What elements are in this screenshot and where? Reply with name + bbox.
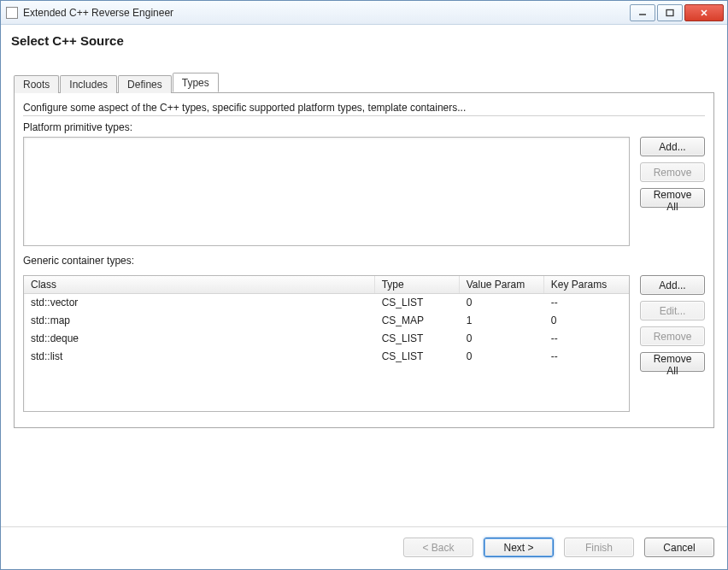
- th-type[interactable]: Type: [375, 276, 460, 293]
- back-button: < Back: [403, 538, 473, 557]
- cancel-button[interactable]: Cancel: [644, 538, 714, 557]
- app-icon: [6, 7, 18, 19]
- generic-types-row: Class Type Value Param Key Params std::v…: [23, 275, 705, 412]
- finish-button: Finish: [564, 538, 634, 557]
- table-cell: CS_LIST: [375, 348, 460, 365]
- table-row[interactable]: std::vectorCS_LIST0--: [24, 294, 629, 312]
- page-title: Select C++ Source: [11, 33, 717, 48]
- close-button[interactable]: [684, 4, 724, 21]
- table-cell: 0: [460, 330, 544, 347]
- description-text: Configure some aspect of the C++ types, …: [23, 102, 705, 114]
- maximize-button[interactable]: [657, 4, 683, 21]
- table-row[interactable]: std::dequeCS_LIST0--: [24, 330, 629, 348]
- th-key-params[interactable]: Key Params: [544, 276, 629, 293]
- platform-remove-button: Remove: [640, 162, 705, 182]
- table-body: std::vectorCS_LIST0--std::mapCS_MAP10std…: [24, 294, 629, 411]
- platform-types-listbox[interactable]: [23, 137, 630, 246]
- titlebar[interactable]: Extended C++ Reverse Engineer: [1, 1, 727, 25]
- table-cell: std::vector: [24, 294, 375, 311]
- window-title: Extended C++ Reverse Engineer: [23, 7, 628, 19]
- svg-rect-0: [666, 9, 673, 15]
- wizard-footer: < Back Next > Finish Cancel: [1, 526, 727, 569]
- platform-types-label: Platform primitive types:: [23, 121, 705, 133]
- generic-remove-all-button[interactable]: Remove All: [640, 352, 705, 372]
- generic-types-table[interactable]: Class Type Value Param Key Params std::v…: [23, 275, 630, 412]
- generic-edit-button: Edit...: [640, 301, 705, 320]
- header-banner: Select C++ Source: [1, 25, 727, 73]
- table-cell: std::list: [24, 348, 375, 365]
- table-header: Class Type Value Param Key Params: [24, 276, 629, 294]
- next-button[interactable]: Next >: [484, 538, 554, 557]
- table-cell: --: [544, 330, 629, 347]
- minimize-button[interactable]: [630, 4, 655, 21]
- table-cell: std::deque: [24, 330, 375, 347]
- content-area: Roots Includes Defines Types Configure s…: [1, 73, 727, 526]
- tab-defines[interactable]: Defines: [118, 75, 172, 93]
- table-cell: CS_MAP: [375, 312, 460, 329]
- platform-add-button[interactable]: Add...: [640, 137, 705, 156]
- tab-roots[interactable]: Roots: [14, 75, 59, 93]
- table-row[interactable]: std::mapCS_MAP10: [24, 312, 629, 330]
- divider: [23, 115, 705, 116]
- table-cell: 1: [460, 312, 544, 329]
- tab-types[interactable]: Types: [173, 73, 219, 92]
- table-row[interactable]: std::listCS_LIST0--: [24, 348, 629, 366]
- table-cell: --: [544, 294, 629, 311]
- table-cell: 0: [460, 348, 544, 365]
- tab-includes[interactable]: Includes: [60, 75, 117, 93]
- table-cell: 0: [544, 312, 629, 329]
- platform-side-buttons: Add... Remove Remove All: [640, 137, 705, 208]
- table-cell: CS_LIST: [375, 330, 460, 347]
- tab-panel: Configure some aspect of the C++ types, …: [14, 92, 714, 428]
- table-cell: std::map: [24, 312, 375, 329]
- th-class[interactable]: Class: [24, 276, 375, 293]
- platform-types-row: Add... Remove Remove All: [23, 137, 705, 246]
- table-cell: CS_LIST: [375, 294, 460, 311]
- generic-add-button[interactable]: Add...: [640, 275, 705, 295]
- table-cell: 0: [460, 294, 544, 311]
- dialog-window: Extended C++ Reverse Engineer Select C++…: [0, 0, 728, 570]
- th-value-param[interactable]: Value Param: [460, 276, 544, 293]
- table-cell: --: [544, 348, 629, 365]
- tabstrip: Roots Includes Defines Types: [14, 73, 714, 92]
- window-controls: [628, 4, 724, 21]
- generic-side-buttons: Add... Edit... Remove Remove All: [640, 275, 705, 372]
- generic-remove-button: Remove: [640, 326, 705, 346]
- platform-remove-all-button[interactable]: Remove All: [640, 188, 705, 208]
- generic-types-label: Generic container types:: [23, 255, 705, 267]
